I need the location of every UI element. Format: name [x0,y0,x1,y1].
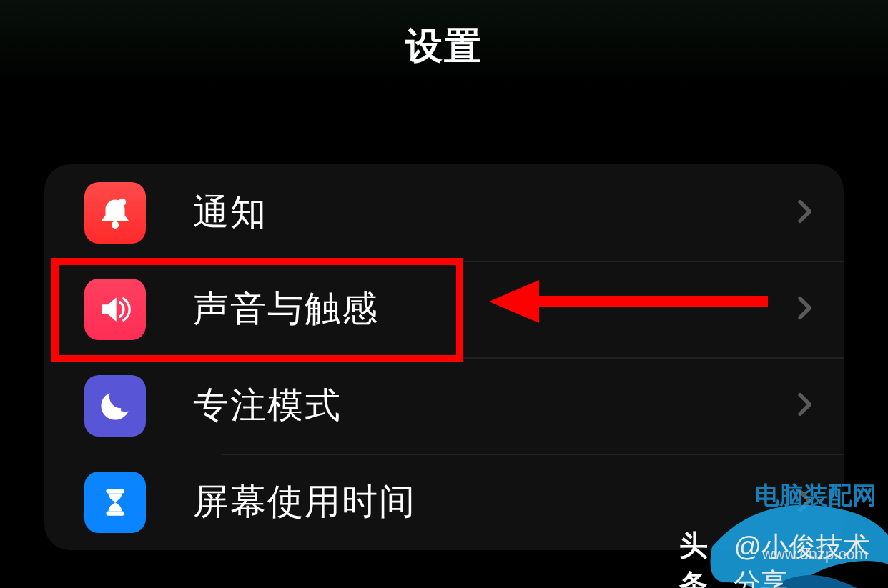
bell-icon [84,182,146,244]
settings-row-label: 通知 [193,189,789,236]
svg-point-0 [112,221,119,228]
hourglass-icon [84,472,146,533]
settings-row-label: 专注模式 [193,382,789,429]
settings-card: 通知 声音与触感 专注模式 [44,164,844,550]
svg-rect-2 [107,489,124,493]
svg-point-1 [119,198,126,205]
settings-row-focus[interactable]: 专注模式 [44,357,844,454]
settings-row-label: 屏幕使用时间 [193,478,789,526]
settings-row-sounds-haptics[interactable]: 声音与触感 [44,261,844,357]
settings-row-label: 声音与触感 [193,285,789,333]
settings-row-notifications[interactable]: 通知 [44,164,844,261]
chevron-right-icon [789,390,818,422]
chevron-right-icon [789,197,818,229]
chevron-right-icon [789,487,818,518]
footer-handle-text: @小俊技术分享 [734,529,888,588]
page-title: 设置 [405,21,483,71]
speaker-icon [84,279,146,340]
footer-byline: 头条 @小俊技术分享 [679,547,888,583]
footer-brand-text: 头条 [679,526,729,588]
moon-icon [84,375,146,437]
settings-screenshot: 设置 通知 声音与触感 专注模式 [0,0,888,588]
svg-rect-3 [107,511,124,515]
chevron-right-icon [789,294,818,325]
title-bar: 设置 [0,0,888,93]
